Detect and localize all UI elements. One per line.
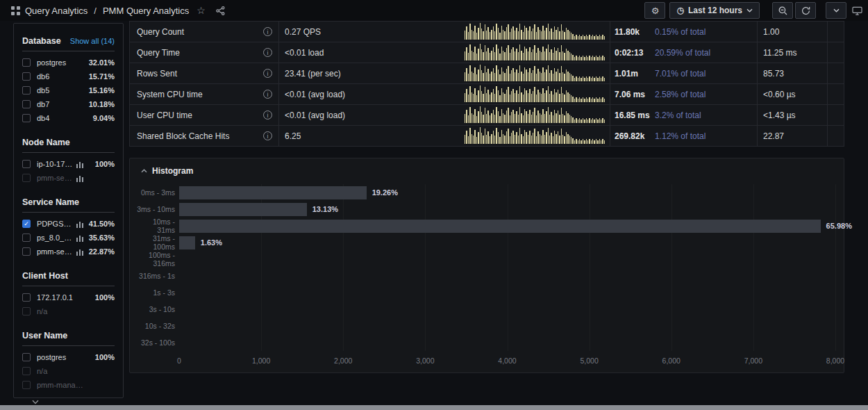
zoom-out-button[interactable] bbox=[772, 2, 793, 19]
metric-total-cell: 0:02:1320.59% of total bbox=[610, 42, 757, 63]
sparkline-bar bbox=[508, 87, 508, 102]
filter-item[interactable]: db615.71% bbox=[22, 69, 115, 83]
sparkline-bar bbox=[602, 97, 603, 102]
scrollbar-thumb[interactable] bbox=[0, 405, 868, 410]
metric-rate-value: <0.01 (avg load) bbox=[285, 110, 345, 120]
metric-total-value: 7.06 ms bbox=[615, 90, 655, 99]
filter-item[interactable]: n/a bbox=[22, 364, 115, 378]
filter-item-percent: 100% bbox=[85, 160, 115, 168]
histogram-bar[interactable] bbox=[179, 203, 307, 216]
metric-percent-link[interactable]: 1.12% of total bbox=[655, 131, 706, 141]
histogram-header[interactable]: Histogram bbox=[135, 163, 838, 179]
histogram-bar[interactable] bbox=[179, 220, 821, 233]
metric-percent-link[interactable]: 20.59% of total bbox=[655, 48, 710, 58]
sparkline-bar bbox=[519, 24, 520, 40]
checkbox[interactable] bbox=[22, 307, 31, 315]
filter-item[interactable]: postgres100% bbox=[22, 350, 115, 364]
sparkline-bar bbox=[554, 110, 555, 123]
checkbox[interactable]: ✓ bbox=[22, 220, 31, 228]
info-icon[interactable]: i bbox=[263, 90, 272, 99]
histogram-bar[interactable] bbox=[179, 236, 195, 249]
checkbox[interactable] bbox=[22, 86, 31, 95]
table-row[interactable]: Query Counti0.27 QPS11.80k0.15% of total… bbox=[130, 22, 844, 42]
x-axis-tick-label: 8,000 bbox=[826, 356, 844, 365]
show-all-link[interactable]: Show all (14) bbox=[70, 37, 115, 45]
checkbox[interactable] bbox=[22, 233, 31, 242]
checkbox[interactable] bbox=[22, 381, 31, 389]
scroll-down-chevron[interactable] bbox=[32, 400, 39, 404]
checkbox[interactable] bbox=[22, 353, 31, 361]
sparkline-bar bbox=[516, 90, 517, 102]
filter-item[interactable]: ps_8.0_3.144...35.63% bbox=[22, 231, 115, 245]
checkbox[interactable] bbox=[22, 367, 31, 375]
bar-chart-icon[interactable] bbox=[76, 220, 84, 228]
table-row[interactable]: Shared Block Cache Hitsi6.25269.82k1.12%… bbox=[130, 126, 844, 147]
filter-item[interactable]: postgres32.01% bbox=[22, 56, 115, 69]
sparkline-bar bbox=[523, 53, 524, 60]
metric-per-query-cell: <0.60 µs bbox=[757, 84, 827, 104]
bar-chart-icon[interactable] bbox=[76, 174, 84, 182]
checkbox[interactable] bbox=[22, 100, 31, 108]
table-row[interactable]: Query Timei<0.01 load0:02:1320.59% of to… bbox=[130, 42, 844, 63]
checkbox[interactable] bbox=[22, 72, 31, 81]
info-icon[interactable]: i bbox=[263, 69, 272, 78]
sparkline-bar bbox=[587, 99, 588, 102]
filter-item[interactable]: ✓PDPGSQL_14...41.50% bbox=[22, 217, 115, 231]
filter-section: DatabaseShow all (14)postgres32.01%db615… bbox=[22, 35, 115, 125]
metric-percent-link[interactable]: 3.2% of total bbox=[655, 110, 701, 120]
sparkline-bar bbox=[466, 89, 467, 102]
table-row[interactable]: System CPU timei<0.01 (avg load)7.06 ms2… bbox=[130, 84, 844, 105]
filter-item-label: db6 bbox=[37, 72, 85, 81]
sparkline-bar bbox=[591, 36, 592, 40]
sparkline-bar bbox=[579, 35, 580, 40]
time-range-picker[interactable]: ◷ Last 12 hours bbox=[669, 2, 760, 19]
refresh-interval-dropdown[interactable] bbox=[826, 2, 846, 19]
sparkline-bar bbox=[601, 36, 601, 40]
filter-item[interactable]: db49.04% bbox=[22, 111, 115, 125]
filter-item[interactable]: pmm-server bbox=[22, 171, 115, 185]
apps-grid-icon[interactable] bbox=[11, 6, 20, 15]
sparkline-bar bbox=[583, 76, 583, 81]
bar-chart-icon[interactable] bbox=[76, 234, 84, 242]
share-icon[interactable] bbox=[216, 6, 225, 15]
checkbox[interactable] bbox=[22, 160, 31, 168]
checkbox[interactable] bbox=[22, 247, 31, 256]
filter-item[interactable]: db710.18% bbox=[22, 97, 115, 111]
horizontal-scrollbar[interactable] bbox=[0, 405, 868, 410]
dashboard-settings-button[interactable]: ⚙ bbox=[644, 2, 665, 19]
checkbox[interactable] bbox=[22, 293, 31, 302]
star-icon[interactable]: ☆ bbox=[197, 5, 206, 16]
checkbox[interactable] bbox=[22, 114, 31, 122]
filter-item[interactable]: n/a bbox=[22, 304, 115, 318]
bar-chart-icon[interactable] bbox=[76, 248, 84, 256]
info-icon[interactable]: i bbox=[263, 131, 272, 140]
table-row[interactable]: Rows Senti23.41 (per sec)1.01m7.01% of t… bbox=[130, 63, 844, 84]
info-icon[interactable]: i bbox=[263, 110, 272, 120]
sparkline-bar bbox=[465, 93, 465, 102]
metric-percent-link[interactable]: 2.58% of total bbox=[655, 90, 706, 99]
info-icon[interactable]: i bbox=[263, 27, 272, 36]
monitor-icon bbox=[852, 6, 862, 15]
info-icon[interactable]: i bbox=[263, 48, 272, 57]
sparkline-bar bbox=[534, 108, 535, 123]
metric-percent-link[interactable]: 7.01% of total bbox=[655, 69, 706, 79]
sparkline-bar bbox=[540, 134, 540, 144]
kiosk-mode-button[interactable] bbox=[852, 6, 862, 15]
filter-item[interactable]: ip-10-178-0-1...100% bbox=[22, 157, 115, 171]
filter-item[interactable]: pmm-server-p...22.87% bbox=[22, 245, 115, 259]
histogram-bar[interactable] bbox=[179, 186, 367, 199]
checkbox[interactable] bbox=[22, 174, 31, 182]
filter-item[interactable]: 172.17.0.1100% bbox=[22, 290, 115, 304]
refresh-button[interactable] bbox=[795, 2, 816, 19]
table-row[interactable]: User CPU timei<0.01 (avg load)16.85 ms3.… bbox=[130, 105, 844, 126]
filter-item[interactable]: db515.16% bbox=[22, 83, 115, 97]
sparkline-bar bbox=[521, 134, 521, 144]
filter-item[interactable]: pmm-managed bbox=[22, 378, 115, 392]
bar-chart-icon[interactable] bbox=[76, 161, 84, 168]
sparkline-bar bbox=[510, 95, 510, 102]
sparkline-bar bbox=[536, 115, 537, 123]
breadcrumb-section[interactable]: Query Analytics bbox=[25, 6, 87, 16]
sparkline-bar bbox=[528, 51, 528, 60]
checkbox[interactable] bbox=[22, 58, 31, 67]
metric-percent-link[interactable]: 0.15% of total bbox=[655, 27, 706, 37]
